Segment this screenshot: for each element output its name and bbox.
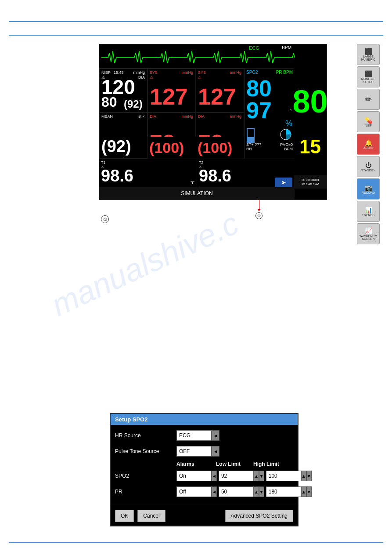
pr-low-down[interactable]: ▼ bbox=[259, 486, 264, 497]
t1-value: 98.6 bbox=[101, 167, 133, 185]
trends-btn[interactable]: 📊 TRENDS bbox=[357, 201, 380, 222]
dia2-mmhg: mmHg bbox=[230, 114, 242, 119]
spo2-percent: 97 bbox=[246, 97, 272, 123]
nibp-mmhg: mmHg bbox=[133, 70, 145, 75]
nibp-btn[interactable]: 💊 NIBP bbox=[357, 111, 380, 132]
spo2-high-down[interactable]: ▼ bbox=[306, 471, 312, 481]
arrow-tip bbox=[257, 209, 261, 211]
pr-high-value[interactable]: 180 bbox=[266, 486, 301, 497]
pie-chart bbox=[279, 128, 292, 141]
mean2-display: (100) bbox=[147, 137, 196, 159]
large-numeric-label: LARGENUMERIC bbox=[361, 55, 376, 61]
label-num: ① bbox=[101, 215, 109, 223]
spo2-low-up[interactable]: ▲ bbox=[254, 471, 259, 481]
spo2-high-up[interactable]: ▲ bbox=[301, 471, 306, 481]
pulse-tone-text: OFF bbox=[179, 448, 190, 454]
cancel-button[interactable]: Cancel bbox=[137, 510, 165, 522]
nibp-btn-icon: 💊 bbox=[365, 117, 372, 124]
hr-source-label: HR Source bbox=[115, 432, 176, 439]
pr-alarms-arrow[interactable]: ◄ bbox=[212, 486, 217, 497]
rr-bpm-label: BPM bbox=[284, 147, 293, 151]
standby-btn[interactable]: ⏻ STANDBY bbox=[357, 156, 380, 177]
ok-button[interactable]: OK bbox=[115, 510, 134, 522]
pr-alarms-value[interactable]: Off bbox=[176, 486, 212, 497]
simulation-text: SIMULATION bbox=[181, 190, 212, 196]
spo2-high-value[interactable]: 100 bbox=[266, 471, 301, 481]
spo2-row: SPO2 On ◄ 92 ▲ ▼ 100 ▲ ▼ bbox=[115, 470, 293, 482]
pulse-tone-row: Pulse Tone Source OFF ◄ bbox=[115, 445, 293, 457]
arrow-line bbox=[259, 200, 259, 209]
nibp-label: NIBP bbox=[101, 70, 111, 75]
large-bpm-display: 80 bbox=[294, 69, 327, 134]
nibp-btn-label: NIBP bbox=[365, 124, 372, 127]
trends-label: TRENDS bbox=[362, 214, 375, 217]
ecg-waveform bbox=[101, 47, 295, 66]
pr-low-text: 50 bbox=[221, 489, 227, 495]
sys2-cell: SYS mmHg ⚠ 127 bbox=[196, 69, 244, 112]
large-numeric-btn[interactable]: ⬛ LARGENUMERIC bbox=[357, 44, 380, 65]
arrow-annotation: ① bbox=[255, 200, 263, 219]
spo2-alarms-arrow[interactable]: ◄ bbox=[212, 471, 217, 481]
large-rr-display: 15 bbox=[294, 134, 327, 159]
record-btn[interactable]: 📷 RECORD bbox=[357, 178, 380, 200]
advanced-button[interactable]: Advanced SPO2 Setting bbox=[225, 510, 293, 522]
sys2-value: 127 bbox=[198, 83, 236, 110]
pvc-label: PVC=0 bbox=[280, 142, 293, 147]
spo2-low-text: 92 bbox=[221, 473, 227, 479]
t2-label: T2 bbox=[199, 160, 204, 165]
pen-btn[interactable]: ✏ bbox=[357, 89, 380, 110]
monitor-setup-icon: ⬛ bbox=[365, 70, 372, 77]
battery-fill bbox=[248, 137, 254, 142]
standby-icon: ⏻ bbox=[365, 162, 371, 169]
pulse-tone-value[interactable]: OFF bbox=[176, 446, 212, 457]
spo2-pr-label: SPO2 bbox=[246, 70, 258, 75]
sys1-mmhg: mmHg bbox=[182, 70, 194, 75]
datetime-area: 2011/10/08 15 : 45 : 42 bbox=[294, 175, 327, 189]
spo2-alert: ⚠ bbox=[289, 108, 292, 112]
pr-low-value[interactable]: 50 bbox=[219, 486, 254, 497]
second-divider bbox=[9, 35, 383, 36]
spo2-alarms-value[interactable]: On bbox=[176, 471, 212, 481]
mean1-label: MEAN bbox=[101, 114, 113, 119]
dialog-footer: OK Cancel Advanced SPO2 Setting bbox=[111, 506, 298, 526]
mean1-cell: MEAN st.< (92) bbox=[99, 112, 147, 159]
mean3-display: (100) bbox=[196, 137, 244, 159]
t1-cell: T1 ⚠ 98.6 °F bbox=[99, 159, 197, 187]
waveform-label: WAVEFORMSCREEN bbox=[360, 234, 377, 240]
record-label: RECORD bbox=[362, 191, 375, 194]
date-text: 2011/10/08 bbox=[301, 178, 319, 182]
pr-low-up[interactable]: ▲ bbox=[254, 486, 259, 497]
spo2-low-down[interactable]: ▼ bbox=[259, 471, 264, 481]
pr-high-text: 180 bbox=[269, 489, 277, 495]
sys1-alert: ⚠ bbox=[150, 75, 153, 80]
spo2-alarms-text: On bbox=[179, 473, 186, 479]
pulse-tone-arrow[interactable]: ◄ bbox=[212, 446, 219, 457]
audio-label: AUDIO bbox=[363, 146, 373, 149]
trends-icon: 📊 bbox=[365, 207, 372, 214]
hr-source-value[interactable]: ECG bbox=[176, 430, 212, 441]
setup-dialog: Setup SPO2 HR Source ECG ◄ Pulse Tone So… bbox=[110, 413, 298, 526]
dia2-label: DIA bbox=[198, 114, 205, 119]
spo2-high-text: 100 bbox=[269, 473, 277, 479]
mean1-value: (92) bbox=[101, 137, 131, 156]
monitor-container: ECG BPM NIBP 15:45 mmHg ⚠ SYS 120 DIA 80… bbox=[99, 44, 345, 211]
ecg-strip: ECG BPM bbox=[99, 44, 294, 69]
dialog-title: Setup SPO2 bbox=[111, 414, 298, 425]
standby-label: STANDBY bbox=[361, 169, 376, 172]
monitor-setup-label: MONITORSETUP bbox=[361, 77, 376, 83]
waveform-icon: 📈 bbox=[365, 227, 372, 234]
status-bar: SIMULATION bbox=[99, 187, 295, 200]
audio-btn[interactable]: 🔔 AUDIO bbox=[357, 134, 380, 155]
pr-high-down[interactable]: ▼ bbox=[306, 486, 312, 497]
pr-bpm-label: PR BPM bbox=[276, 70, 293, 75]
monitor-setup-btn[interactable]: ⬛ MONITORSETUP bbox=[357, 66, 380, 87]
waveform-screen-btn[interactable]: 📈 WAVEFORMSCREEN bbox=[357, 223, 380, 244]
pr-high-up[interactable]: ▲ bbox=[301, 486, 306, 497]
spo2-low-value[interactable]: 92 bbox=[219, 471, 254, 481]
dialog-body: HR Source ECG ◄ Pulse Tone Source OFF ◄ … bbox=[111, 425, 298, 506]
annotation-circle: ① bbox=[255, 212, 263, 219]
hr-source-arrow[interactable]: ◄ bbox=[212, 430, 219, 441]
large-rr-value: 15 bbox=[299, 136, 321, 158]
label-num-text: ① bbox=[103, 217, 107, 222]
low-limit-col-header: Low Limit bbox=[216, 461, 253, 467]
